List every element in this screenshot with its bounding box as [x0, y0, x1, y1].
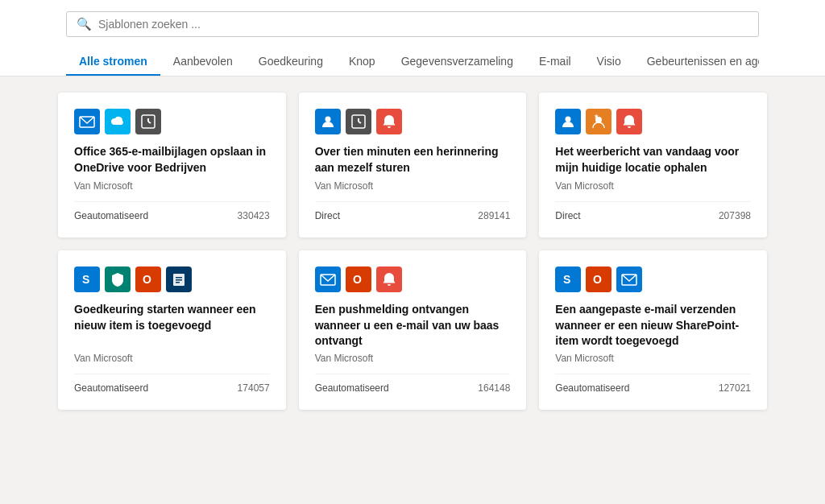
tab-gebeurtenissen[interactable]: Gebeurtenissen en agenda — [634, 48, 759, 76]
card-author: Van Microsoft — [555, 353, 751, 364]
tab-visio[interactable]: Visio — [584, 48, 634, 76]
card-title: Een pushmelding ontvangen wanneer u een … — [315, 302, 511, 349]
tab-goedkeuring[interactable]: Goedkeuring — [246, 48, 336, 76]
svg-text:S: S — [563, 273, 570, 286]
tab-aanbevolen[interactable]: Aanbevolen — [160, 48, 246, 76]
card-title: Het weerbericht van vandaag voor mijn hu… — [555, 144, 751, 177]
card-icon-2 — [616, 266, 642, 292]
card-item[interactable]: SO Goedkeuring starten wanneer een nieuw… — [58, 250, 286, 410]
card-count: 127021 — [719, 382, 751, 394]
card-title: Office 365-e-mailbijlagen opslaan in One… — [74, 144, 270, 177]
card-footer: Geautomatiseerd 127021 — [555, 374, 751, 394]
card-count: 289141 — [478, 210, 510, 221]
card-icons — [555, 109, 751, 134]
svg-line-7 — [359, 122, 361, 123]
card-title: Een aangepaste e-mail verzenden wanneer … — [555, 302, 751, 349]
card-icon-1: O — [586, 266, 611, 292]
search-icon: 🔍 — [77, 17, 92, 31]
card-footer: Geautomatiseerd 330423 — [74, 201, 270, 221]
card-icon-0: S — [555, 266, 581, 292]
card-icon-0: S — [74, 266, 100, 292]
card-type: Direct — [555, 210, 580, 221]
card-icons: O — [315, 266, 511, 292]
top-bar: 🔍 Alle stromen Aanbevolen Goedkeuring Kn… — [0, 0, 825, 76]
card-count: 174057 — [238, 382, 270, 394]
svg-text:O: O — [143, 273, 151, 286]
card-icon-0 — [315, 109, 341, 134]
card-icon-1 — [346, 109, 371, 134]
tab-email[interactable]: E-mail — [526, 48, 584, 76]
card-item[interactable]: Over tien minuten een herinnering aan me… — [299, 93, 527, 238]
card-icon-2 — [376, 109, 402, 134]
card-author: Van Microsoft — [315, 353, 511, 364]
card-icon-1 — [105, 266, 131, 292]
card-item[interactable]: SO Een aangepaste e-mail verzenden wanne… — [539, 250, 767, 410]
card-author: Van Microsoft — [74, 353, 270, 364]
card-item[interactable]: Office 365-e-mailbijlagen opslaan in One… — [58, 93, 286, 238]
card-type: Geautomatiseerd — [315, 382, 389, 394]
card-author: Van Microsoft — [315, 180, 511, 192]
svg-point-8 — [566, 117, 571, 122]
search-container: 🔍 — [66, 11, 759, 37]
svg-text:O: O — [593, 273, 602, 286]
card-footer: Direct 207398 — [555, 201, 751, 221]
card-icons — [74, 109, 270, 134]
card-count: 207398 — [719, 210, 751, 221]
card-icon-0 — [74, 109, 100, 134]
svg-rect-13 — [176, 277, 182, 279]
card-author: Van Microsoft — [74, 180, 270, 192]
card-icon-0 — [315, 266, 341, 292]
card-type: Direct — [315, 210, 340, 221]
svg-point-4 — [325, 117, 330, 122]
card-icons — [315, 109, 511, 134]
tabs-container: Alle stromen Aanbevolen Goedkeuring Knop… — [66, 48, 759, 76]
card-item[interactable]: Het weerbericht van vandaag voor mijn hu… — [539, 93, 767, 238]
cards-grid: Office 365-e-mailbijlagen opslaan in One… — [58, 93, 767, 410]
tab-gegevensverzameling[interactable]: Gegevensverzameling — [388, 48, 526, 76]
card-icon-0 — [555, 109, 581, 134]
card-count: 164148 — [478, 382, 510, 394]
svg-text:S: S — [82, 273, 89, 286]
card-icons: SO — [74, 266, 270, 292]
main-content: Office 365-e-mailbijlagen opslaan in One… — [42, 76, 783, 426]
card-icon-2 — [616, 109, 642, 134]
card-icon-1 — [586, 109, 611, 134]
card-type: Geautomatiseerd — [555, 382, 629, 394]
card-icons: SO — [555, 266, 751, 292]
card-icon-3 — [166, 266, 192, 292]
card-type: Geautomatiseerd — [74, 210, 148, 221]
tab-alle-stromen[interactable]: Alle stromen — [66, 48, 160, 76]
card-icon-2 — [135, 109, 161, 134]
card-title: Goedkeuring starten wanneer een nieuw it… — [74, 302, 270, 349]
svg-text:O: O — [353, 273, 362, 286]
card-footer: Direct 289141 — [315, 201, 511, 221]
card-item[interactable]: O Een pushmelding ontvangen wanneer u ee… — [299, 250, 527, 410]
card-icon-1: O — [346, 266, 371, 292]
card-icon-1 — [105, 109, 131, 134]
card-title: Over tien minuten een herinnering aan me… — [315, 144, 511, 177]
card-count: 330423 — [238, 210, 270, 221]
card-author: Van Microsoft — [555, 180, 751, 192]
svg-line-3 — [148, 122, 151, 123]
search-input[interactable] — [98, 18, 748, 31]
card-icon-2: O — [135, 266, 161, 292]
svg-rect-15 — [176, 282, 180, 283]
tab-knop[interactable]: Knop — [336, 48, 388, 76]
card-icon-2 — [376, 266, 402, 292]
card-footer: Geautomatiseerd 174057 — [74, 374, 270, 394]
card-footer: Geautomatiseerd 164148 — [315, 374, 511, 394]
card-type: Geautomatiseerd — [74, 382, 148, 394]
svg-rect-14 — [176, 279, 182, 281]
